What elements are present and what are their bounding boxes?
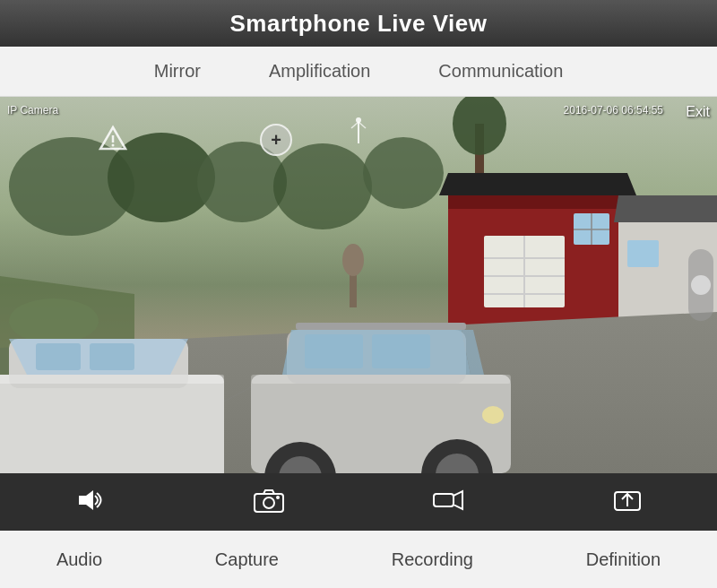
slider-thumb: [691, 275, 711, 295]
svg-rect-21: [627, 240, 659, 267]
svg-point-5: [363, 137, 444, 209]
svg-rect-9: [448, 195, 627, 209]
svg-point-61: [263, 497, 274, 508]
svg-point-51: [342, 244, 364, 276]
svg-rect-43: [372, 334, 430, 368]
audio-button[interactable]: [73, 487, 106, 518]
svg-rect-36: [0, 375, 224, 384]
tab-mirror[interactable]: Mirror: [147, 57, 208, 85]
svg-rect-27: [0, 375, 224, 473]
recording-label: Recording: [392, 549, 473, 570]
svg-marker-20: [614, 195, 717, 222]
tab-amplification[interactable]: Amplification: [262, 57, 377, 85]
svg-marker-10: [439, 173, 636, 195]
svg-marker-64: [454, 491, 462, 509]
capture-button[interactable]: [253, 487, 285, 518]
zoom-slider[interactable]: [688, 249, 713, 321]
share-icon: [611, 487, 644, 518]
camera-label: IP Camera: [7, 104, 58, 117]
svg-rect-31: [90, 343, 134, 370]
svg-line-57: [351, 122, 358, 128]
bottom-labels: Audio Capture Recording Definition: [0, 531, 717, 588]
svg-rect-30: [36, 343, 81, 370]
svg-point-54: [112, 144, 115, 147]
svg-point-49: [482, 406, 504, 424]
warning-icon: [99, 124, 127, 159]
tab-communication[interactable]: Communication: [431, 57, 570, 85]
title-bar: Smartphone Live View: [0, 0, 717, 47]
zoom-icon: +: [271, 130, 281, 151]
recording-button[interactable]: [432, 487, 464, 518]
audio-label: Audio: [56, 549, 102, 570]
camera-icon: [253, 487, 285, 518]
capture-label: Capture: [215, 549, 279, 570]
signal-icon: [350, 115, 367, 149]
svg-rect-42: [305, 334, 363, 368]
definition-label: Definition: [586, 549, 661, 570]
svg-rect-63: [434, 494, 454, 506]
zoom-button[interactable]: +: [260, 124, 292, 156]
camera-datetime: 2016-07-06 06:54:55: [564, 104, 663, 117]
svg-rect-48: [251, 375, 511, 384]
svg-marker-59: [79, 490, 93, 510]
app-title: Smartphone Live View: [230, 10, 488, 38]
bottom-toolbar: [0, 473, 717, 531]
exit-button[interactable]: Exit: [686, 104, 710, 120]
svg-point-62: [276, 496, 280, 499]
svg-point-26: [9, 298, 99, 343]
top-nav: Mirror Amplification Communication: [0, 47, 717, 97]
svg-point-4: [273, 143, 372, 229]
svg-rect-41: [296, 323, 466, 330]
audio-icon: [73, 487, 106, 518]
definition-button[interactable]: [611, 487, 644, 518]
camera-view: IP Camera 2016-07-06 06:54:55 Exit +: [0, 97, 717, 473]
svg-line-58: [358, 122, 366, 128]
video-icon: [432, 487, 464, 518]
